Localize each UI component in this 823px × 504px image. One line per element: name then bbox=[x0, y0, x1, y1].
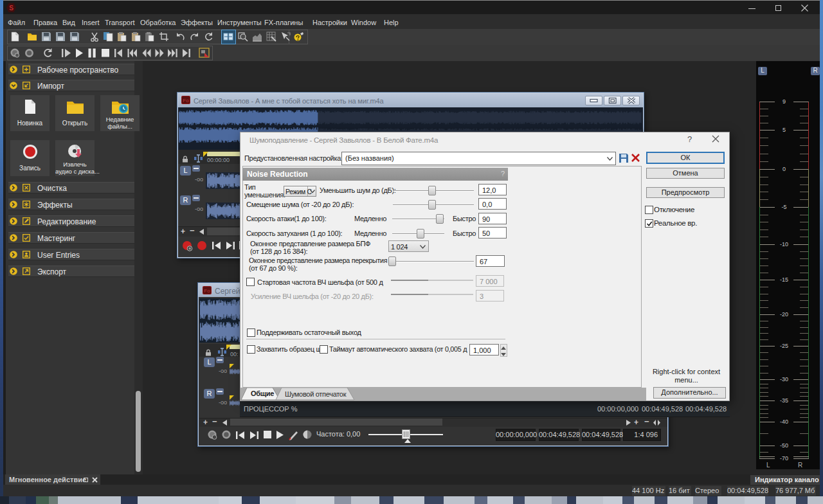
svg-text:S: S bbox=[9, 4, 14, 12]
svg-text:Fo: Fo bbox=[183, 98, 189, 104]
svg-text:Fo: Fo bbox=[204, 288, 210, 294]
